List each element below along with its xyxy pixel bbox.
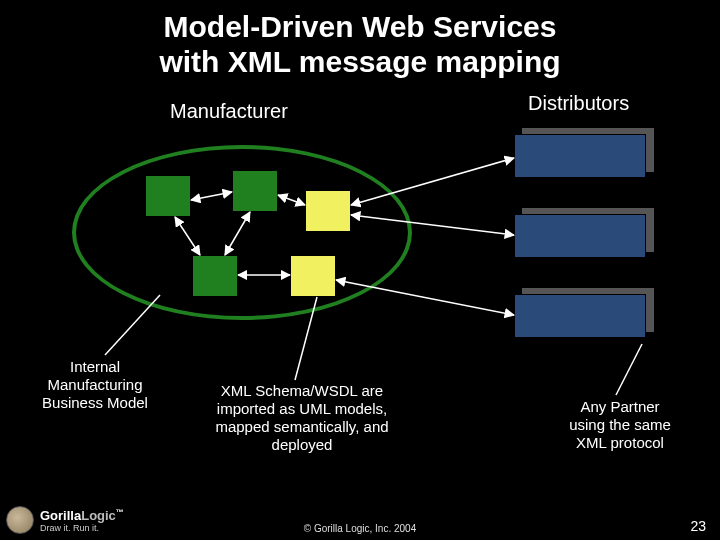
slide-title: Model-Driven Web Services with XML messa… [0,0,720,79]
mapping-box-1 [305,190,351,232]
xml-mapping-label: XML Schema/WSDL are imported as UML mode… [192,382,412,454]
title-line-1: Model-Driven Web Services [0,10,720,45]
partner-label: Any Partner using the same XML protocol [545,398,695,452]
page-number: 23 [690,518,706,534]
internal-box-1 [145,175,191,217]
distributor-box-3 [514,294,646,338]
title-line-2: with XML message mapping [0,45,720,80]
distributor-box-1 [514,134,646,178]
distributors-label: Distributors [528,92,629,115]
internal-model-label: Internal Manufacturing Business Model [20,358,170,412]
internal-box-2 [232,170,278,212]
copyright: © Gorilla Logic, Inc. 2004 [0,523,720,534]
internal-box-3 [192,255,238,297]
mapping-box-2 [290,255,336,297]
svg-line-10 [616,344,642,395]
manufacturer-label: Manufacturer [170,100,288,123]
distributor-box-2 [514,214,646,258]
